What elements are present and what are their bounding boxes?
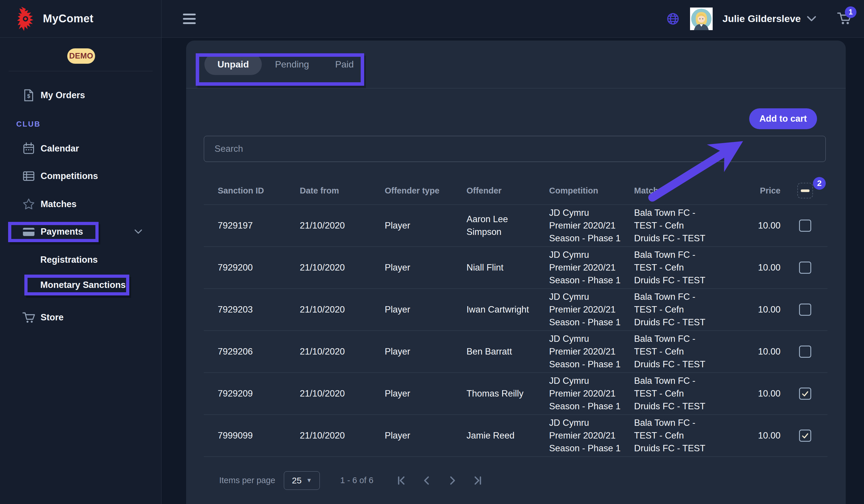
sidebar-item-label: Registrations [40,255,98,265]
main-area: Unpaid Pending Paid Add to cart Sanction… [162,38,864,504]
cell-date-from: 21/10/2020 [300,345,385,358]
cell-sanction-id: 7929203 [204,303,300,316]
selected-count-badge: 2 [813,177,826,190]
previous-page-button[interactable] [420,474,433,487]
menu-hamburger-icon[interactable] [183,14,196,24]
cell-offender-type: Player [385,429,467,442]
sidebar-item-payments[interactable]: Payments [0,219,161,245]
cell-price: 10.00 [742,429,783,442]
cell-date-from: 21/10/2020 [300,219,385,232]
column-header-sanction-id: Sanction ID [204,186,300,196]
content-card: Unpaid Pending Paid Add to cart Sanction… [186,40,846,504]
last-page-button[interactable] [471,474,484,487]
user-avatar[interactable] [690,8,713,30]
user-name[interactable]: Julie Gildersleve [722,13,801,24]
cell-price: 10.00 [742,219,783,232]
tab-pending[interactable]: Pending [262,53,322,75]
page-size-select[interactable]: 25 ▼ [284,471,320,490]
sidebar-item-competitions[interactable]: Competitions [0,163,161,189]
topbar: MyComet [0,0,864,38]
cell-sanction-id: 7929209 [204,387,300,400]
cell-competition: JD Cymru Premier 2020/21 Season - Phase … [549,248,634,287]
column-header-competition: Competition [549,186,634,196]
credit-card-icon [22,225,35,238]
sidebar-separator [9,71,153,71]
cell-offender: Ben Barratt [467,345,549,358]
cell-offender-type: Player [385,303,467,316]
table-row: 799909921/10/2020PlayerJamie ReedJD Cymr… [204,415,827,457]
row-checkbox[interactable] [799,261,811,274]
cell-sanction-id: 7929200 [204,261,300,274]
page-size-value: 25 [292,476,301,485]
row-checkbox[interactable] [799,220,811,232]
status-tabs: Unpaid Pending Paid [186,40,846,88]
cell-offender-type: Player [385,219,467,232]
pagination-bar: Items per page 25 ▼ 1 - 6 of 6 [204,457,827,504]
cell-price: 10.00 [742,345,783,358]
cell-offender-type: Player [385,261,467,274]
cart-count-badge: 1 [845,7,856,18]
row-checkbox[interactable] [799,388,811,400]
sidebar-section-club: CLUB [16,119,40,129]
sidebar-item-calendar[interactable]: Calendar [0,136,161,162]
select-caret-icon: ▼ [306,477,312,484]
row-checkbox[interactable] [799,304,811,316]
column-header-price: Price [742,186,783,196]
orders-document-icon: $ [22,89,35,102]
column-header-match: Match [634,186,742,196]
cell-match: Bala Town FC - TEST - Cefn Druids FC - T… [634,333,742,371]
sidebar-item-label: Payments [40,226,83,237]
add-to-cart-button[interactable]: Add to cart [749,108,817,129]
pagination-nav [395,474,484,487]
cell-date-from: 21/10/2020 [300,261,385,274]
table-header-row: Sanction IDDate fromOffender typeOffende… [204,177,827,205]
cell-date-from: 21/10/2020 [300,303,385,316]
app-root: MyComet [0,0,864,504]
row-checkbox[interactable] [799,430,811,442]
cell-offender: Jamie Reed [467,429,549,442]
chevron-down-icon[interactable] [807,16,816,22]
cell-price: 10.00 [742,261,783,274]
cell-match: Bala Town FC - TEST - Cefn Druids FC - T… [634,207,742,245]
logo-area: MyComet [0,0,161,37]
sidebar-item-label: Monetary Sanctions [40,280,126,290]
cell-date-from: 21/10/2020 [300,387,385,400]
table-body: 792919721/10/2020PlayerAaron Lee Simpson… [204,205,827,457]
cell-competition: JD Cymru Premier 2020/21 Season - Phase … [549,207,634,245]
sidebar-item-matches[interactable]: Matches [0,191,161,217]
tab-paid[interactable]: Paid [322,53,367,75]
row-checkbox[interactable] [799,346,811,358]
table-row: 792920321/10/2020PlayerIwan CartwrightJD… [204,289,827,331]
table-row: 792919721/10/2020PlayerAaron Lee Simpson… [204,205,827,247]
chevron-down-icon[interactable] [134,229,142,234]
cell-sanction-id: 7929197 [204,219,300,232]
cart-button[interactable]: 1 [837,11,852,27]
sidebar-item-registrations[interactable]: Registrations [0,247,161,273]
page-range-label: 1 - 6 of 6 [340,476,373,485]
sidebar-item-store[interactable]: Store [0,305,161,331]
topbar-main: Julie Gildersleve 1 [161,0,864,37]
store-cart-icon [22,311,35,324]
select-all-checkbox[interactable]: 2 [797,183,813,198]
cell-offender: Iwan Cartwright [467,303,549,316]
cell-competition: JD Cymru Premier 2020/21 Season - Phase … [549,417,634,455]
sidebar-item-my-orders[interactable]: $ My Orders [0,82,161,108]
first-page-button[interactable] [395,474,408,487]
sidebar-item-label: My Orders [40,90,85,100]
tab-unpaid[interactable]: Unpaid [204,53,262,75]
items-per-page-label: Items per page [219,476,275,485]
table-row: 792920021/10/2020PlayerNiall FlintJD Cym… [204,247,827,289]
cell-date-from: 21/10/2020 [300,429,385,442]
sidebar-item-monetary-sanctions[interactable]: Monetary Sanctions [0,272,161,298]
competitions-table-icon [22,170,35,183]
sidebar-item-label: Store [40,312,63,323]
next-page-button[interactable] [446,474,459,487]
cell-match: Bala Town FC - TEST - Cefn Druids FC - T… [634,374,742,413]
search-input[interactable] [204,136,826,162]
topbar-right: Julie Gildersleve 1 [666,8,856,30]
language-globe-icon[interactable] [666,12,680,25]
column-header-date-from: Date from [300,186,385,196]
cell-offender: Niall Flint [467,261,549,274]
cell-offender-type: Player [385,345,467,358]
cell-competition: JD Cymru Premier 2020/21 Season - Phase … [549,291,634,329]
